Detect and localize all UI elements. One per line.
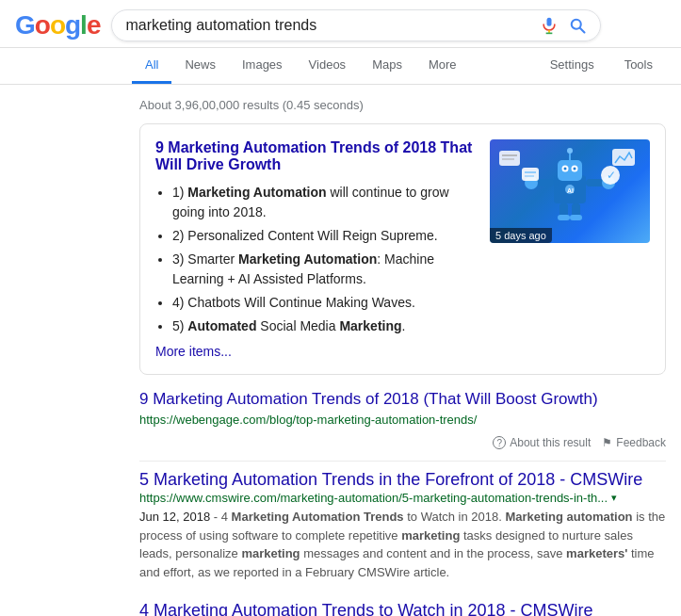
- google-logo: Google: [15, 10, 100, 41]
- results-count: About 3,96,00,000 results (0.45 seconds): [139, 92, 666, 112]
- svg-line-4: [580, 28, 585, 33]
- svg-rect-5: [499, 151, 520, 166]
- svg-point-14: [574, 168, 576, 170]
- logo-l: l: [80, 10, 87, 40]
- organic-result-2-link[interactable]: 4 Marketing Automation Trends to Watch i…: [139, 601, 593, 616]
- svg-rect-30: [570, 215, 582, 220]
- search-box[interactable]: marketing automation trends: [111, 9, 601, 41]
- list-item: 5) Automated Social Media Marketing.: [172, 316, 475, 336]
- flag-icon: ⚑: [602, 436, 612, 449]
- logo-o2: o: [50, 10, 65, 40]
- svg-rect-28: [572, 203, 580, 217]
- svg-point-13: [564, 168, 567, 170]
- svg-text:AI: AI: [567, 187, 574, 194]
- featured-snippet-image-wrapper: ✓ AI 5 days ago: [490, 139, 650, 359]
- main-content: About 3,96,00,000 results (0.45 seconds)…: [0, 85, 681, 616]
- organic-result-1: 5 Marketing Automation Trends in the For…: [139, 469, 666, 581]
- featured-snippet-image: ✓ AI 5 days ago: [490, 139, 650, 243]
- svg-text:✓: ✓: [607, 169, 616, 182]
- featured-snippet-list: 1) Marketing Automation will continue to…: [155, 183, 475, 336]
- search-icons: [540, 16, 587, 35]
- nav-settings: Settings Tools: [537, 48, 666, 84]
- svg-rect-27: [559, 203, 568, 217]
- featured-snippet-title[interactable]: 9 Marketing Automation Trends of 2018 Th…: [155, 139, 475, 173]
- logo-g2: g: [65, 10, 80, 40]
- nav-tabs: All News Images Videos Maps More Setting…: [0, 48, 681, 85]
- featured-snippet-card: 9 Marketing Automation Trends of 2018 Th…: [139, 123, 666, 375]
- list-item: 2) Personalized Content Will Reign Supre…: [172, 226, 475, 246]
- list-item: 4) Chatbots Will Continue Making Waves.: [172, 293, 475, 313]
- tab-tools[interactable]: Tools: [611, 48, 666, 84]
- svg-rect-0: [547, 18, 552, 26]
- organic-result-2: 4 Marketing Automation Trends to Watch i…: [139, 600, 666, 616]
- organic-result-1-url-row: https://www.cmswire.com/marketing-automa…: [139, 491, 666, 505]
- about-result-label: About this result: [510, 436, 591, 449]
- tab-all[interactable]: All: [132, 48, 171, 84]
- featured-snippet-text: 9 Marketing Automation Trends of 2018 Th…: [155, 139, 475, 359]
- svg-rect-22: [522, 168, 539, 181]
- tab-more[interactable]: More: [415, 48, 470, 84]
- feedback-label: Feedback: [616, 436, 666, 449]
- featured-result-link-row: 9 Marketing Automation Trends of 2018 (T…: [139, 390, 666, 409]
- tab-settings[interactable]: Settings: [537, 48, 608, 84]
- svg-point-17: [567, 148, 573, 154]
- about-result-link[interactable]: ? About this result: [493, 436, 591, 449]
- search-icon[interactable]: [568, 16, 587, 35]
- image-caption: 5 days ago: [490, 228, 552, 243]
- search-input[interactable]: marketing automation trends: [125, 17, 540, 34]
- list-item: 1) Marketing Automation will continue to…: [172, 183, 475, 222]
- question-icon: ?: [493, 436, 506, 449]
- logo-g: G: [15, 10, 35, 40]
- featured-result-link[interactable]: 9 Marketing Automation Trends of 2018 (T…: [139, 390, 598, 408]
- tab-images[interactable]: Images: [229, 48, 296, 84]
- list-item: 3) Smarter Marketing Automation: Machine…: [172, 250, 475, 289]
- svg-rect-29: [558, 215, 570, 220]
- tab-maps[interactable]: Maps: [359, 48, 415, 84]
- logo-e: e: [87, 10, 101, 40]
- more-items-link[interactable]: More items...: [155, 344, 232, 359]
- mic-icon[interactable]: [540, 16, 559, 35]
- header: Google marketing automation trends: [0, 0, 681, 48]
- dropdown-arrow-icon[interactable]: ▾: [611, 492, 617, 504]
- organic-result-1-date: Jun 12, 2018: [139, 510, 210, 524]
- logo-o1: o: [35, 10, 50, 40]
- feedback-link[interactable]: ⚑ Feedback: [602, 436, 666, 449]
- organic-result-1-link[interactable]: 5 Marketing Automation Trends in the For…: [139, 470, 642, 489]
- tab-news[interactable]: News: [171, 48, 229, 84]
- divider: [139, 461, 666, 462]
- organic-result-1-snippet: Jun 12, 2018 - 4 Marketing Automation Tr…: [139, 508, 666, 581]
- svg-rect-15: [563, 175, 576, 178]
- result-actions: ? About this result ⚑ Feedback: [139, 432, 666, 453]
- tab-videos[interactable]: Videos: [296, 48, 360, 84]
- organic-result-1-url: https://www.cmswire.com/marketing-automa…: [139, 491, 608, 505]
- featured-result-url: https://webengage.com/blog/top-marketing…: [139, 413, 666, 427]
